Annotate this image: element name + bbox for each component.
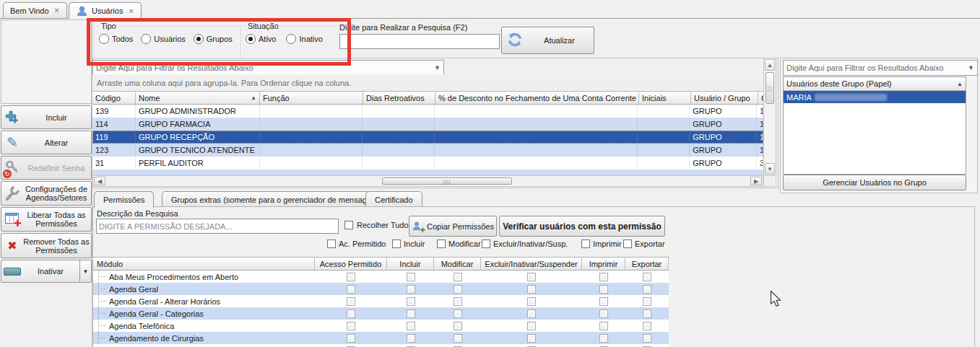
checkbox-icon[interactable] [407,285,415,294]
checkbox-icon[interactable] [347,309,355,318]
checkbox-icon[interactable] [407,334,415,343]
checkbox-icon[interactable] [599,309,608,318]
tab-certificado[interactable]: Certificado [365,191,422,207]
sidebar-button-inativar[interactable]: Inativar▼ [1,260,92,283]
checkbox-icon[interactable] [623,240,632,248]
table-row[interactable]: 139GRUPO ADMINISTRADORGRUPO139 [92,105,763,118]
checkbox-icon[interactable] [347,297,355,306]
tab-usuários[interactable]: Usuários✕ [69,2,142,19]
bulk-checkbox-modificar[interactable]: Modificar [437,240,481,248]
bulk-checkbox-imprimir[interactable]: Imprimir [581,240,622,248]
checkbox-icon[interactable] [599,285,608,294]
checkbox-icon[interactable] [599,273,608,281]
checkbox-icon[interactable] [454,273,462,281]
column-header-fun-o[interactable]: Função [260,91,363,105]
checkbox-icon[interactable] [437,240,446,248]
permission-row[interactable]: Aba Meus Procedimentos em Aberto [93,271,669,283]
checkbox-icon[interactable] [527,309,536,318]
checkbox-icon[interactable] [454,285,462,294]
checkbox-icon[interactable] [392,240,401,248]
grid-horizontal-scrollbar[interactable]: ◀ |||| ▶ [92,175,763,187]
column-header-c-digo[interactable]: Código [92,91,136,105]
checkbox-icon[interactable] [643,273,651,281]
checkbox-icon[interactable] [347,322,355,330]
scroll-left-icon[interactable]: ◀ [94,177,105,185]
checkbox-icon[interactable] [407,273,415,281]
checkbox-icon[interactable] [347,334,355,343]
table-row[interactable]: 31PERFIL AUDITORGRUPO31 [92,157,763,170]
column-header-nome[interactable]: Nome▲ [136,91,260,105]
sidebar-button-remover-todas-as-permiss-es[interactable]: ✖Remover Todas as Permissões [1,233,92,258]
column-header-dias-retroativos[interactable]: Dias Retroativos [363,91,435,105]
collapse-all-checkbox[interactable]: Recolher Tudo [344,221,409,229]
checkbox-icon[interactable] [643,285,651,294]
list-item-user[interactable]: MARIA [784,91,966,103]
perm-column-header-m-dulo[interactable]: Módulo [93,257,315,271]
perm-column-header-imprimir[interactable]: Imprimir [582,257,625,271]
checkbox-icon[interactable] [599,322,608,330]
checkbox-icon[interactable] [599,297,608,306]
checkbox-icon[interactable] [482,240,490,248]
bulk-checkbox-ac-permitido[interactable]: Ac. Permitido [327,240,386,248]
refresh-button[interactable]: Atualizar [501,27,594,54]
perm-column-header-modificar[interactable]: Modificar [434,257,481,271]
checkbox-icon[interactable] [407,309,415,318]
permission-search-input[interactable] [96,219,339,234]
scroll-right-icon[interactable]: ▶ [750,177,762,185]
manage-users-button[interactable]: Gerenciar Usuários no Grupo [783,175,966,190]
perm-column-header-incluir[interactable]: Incluir [387,257,434,271]
checkbox-icon[interactable] [454,309,462,318]
permission-row[interactable]: Agenda Telefônica [93,320,669,332]
copy-permissions-button[interactable]: ✚ Copiar Permissões [409,216,497,237]
column-header-iniciais[interactable]: Iniciais [639,91,691,105]
checkbox-icon[interactable] [347,273,355,281]
tab-permissões[interactable]: Permissões [94,191,154,208]
sidebar-button-incluir[interactable]: Incluir [1,105,92,129]
checkbox-icon[interactable] [527,322,536,330]
tab-bem-vindo[interactable]: Bem Vindo✕ [3,2,67,18]
tab-grupos[interactable]: Grupos extras (somente para o gerenciado… [162,191,390,207]
perm-column-header-exportar[interactable]: Exportar [625,257,669,271]
permission-row[interactable]: Agendamento de Cirurgias [93,332,669,344]
horizontal-scroll-thumb[interactable]: |||| [382,177,512,185]
checkbox-icon[interactable] [407,322,415,330]
checkbox-icon[interactable] [327,240,336,248]
verify-users-permission-button[interactable]: Verificar usuários com esta permissão [499,216,665,237]
sidebar-button-configura-es-de-agendas-setores[interactable]: Configurações de Agendas/Setores [1,181,92,206]
vertical-scroll-thumb[interactable]: ——— [766,72,774,104]
checkbox-icon[interactable] [454,334,462,343]
table-row[interactable]: 114GRUPO FARMACIAGRUPO114 [92,118,763,131]
group-users-list-header[interactable]: Usuários deste Grupo (Papel) ▲ [784,77,966,91]
permission-row[interactable]: Agenda Geral - Alterar Horários [93,295,669,307]
checkbox-icon[interactable] [599,334,608,343]
checkbox-icon[interactable] [643,322,651,330]
sidebar-button-redefinir-senha[interactable]: ↻Redefinir Senha [1,156,92,180]
group-by-hint-bar[interactable]: Arraste uma coluna aqui para agrupa-la. … [92,74,768,92]
column-header-usu-rio-grupo[interactable]: Usuário / Grupo [691,91,758,105]
checkbox-icon[interactable] [581,240,590,248]
checkbox-icon[interactable] [527,334,536,343]
dropdown-arrow-icon[interactable]: ▼ [79,260,91,282]
perm-column-header-acesso-permitido[interactable]: Acesso Permitido [315,257,387,271]
bulk-checkbox-excluir-inativar-susp-[interactable]: Excluir/Inativar/Susp. [482,240,568,248]
scroll-up-icon[interactable]: ▲ [765,59,775,71]
sidebar-button-alterar[interactable]: ✎Alterar [1,131,92,154]
bulk-checkbox-incluir[interactable]: Incluir [392,240,425,248]
checkbox-icon[interactable] [407,297,415,306]
column-header-%-de-desconto-no-fechamento-de-uma-conta-corrente[interactable]: % de Desconto no Fechamento de Uma Conta… [435,91,639,105]
checkbox-icon[interactable] [527,297,536,306]
permission-row[interactable]: Agenda Geral [93,283,669,295]
search-input[interactable] [339,34,500,49]
checkbox-icon[interactable] [643,309,651,318]
table-row[interactable]: 123GRUPO TECNICO ATENDENTEGRUPO123 [92,144,763,157]
checkbox-icon[interactable] [643,334,651,343]
table-row[interactable]: 119GRUPO RECEPÇÃOGRUPO119 [92,131,763,144]
close-icon[interactable]: ✕ [128,7,134,15]
checkbox-icon[interactable] [527,285,536,294]
checkbox-icon[interactable] [454,322,462,330]
permission-row[interactable]: Agenda Geral - Categorias [93,307,669,320]
checkbox-icon[interactable] [527,273,536,281]
scroll-down-icon[interactable]: ▼ [765,163,775,175]
checkbox-icon[interactable] [344,221,353,229]
grid-vertical-scrollbar[interactable]: ▲ ——— ▼ [763,58,776,176]
